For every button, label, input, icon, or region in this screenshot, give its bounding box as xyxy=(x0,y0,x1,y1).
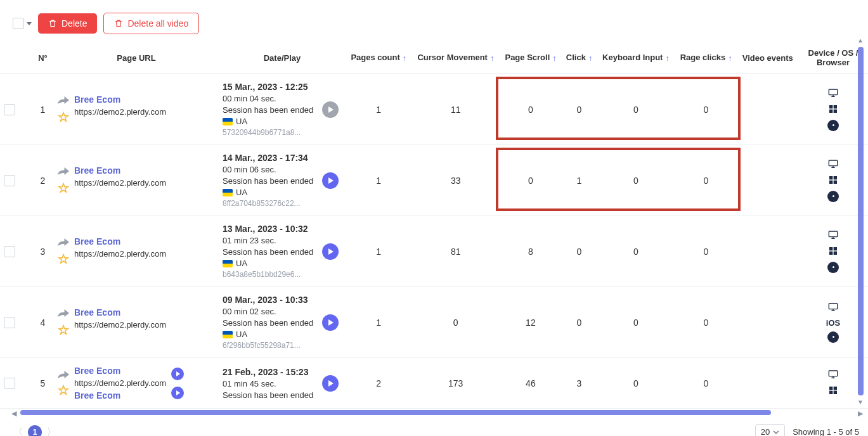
session-name[interactable]: Bree Ecom xyxy=(74,390,166,401)
prev-page-icon[interactable]: 〈 xyxy=(14,426,23,437)
star-icon[interactable] xyxy=(58,253,69,267)
select-all-checkbox[interactable] xyxy=(13,18,24,29)
star-icon[interactable] xyxy=(58,112,69,125)
session-duration: 00 min 04 sec. xyxy=(223,94,313,103)
session-date: 21 Feb., 2023 - 15:23 xyxy=(223,367,313,377)
cell-click: 1 xyxy=(562,145,597,216)
col-rage-clicks[interactable]: Rage clicks↑ xyxy=(675,42,737,74)
vertical-scrollbar-thumb[interactable] xyxy=(858,47,864,395)
play-button[interactable] xyxy=(322,314,339,331)
session-name[interactable]: Bree Ecom xyxy=(74,366,166,376)
star-icon[interactable] xyxy=(58,385,69,398)
cell-click: 0 xyxy=(562,216,597,287)
session-country: UA xyxy=(223,117,313,126)
monitor-icon xyxy=(827,88,839,100)
cell-rage: 0 xyxy=(675,216,737,287)
vertical-scrollbar[interactable]: ▲ ▼ xyxy=(858,43,864,399)
session-name[interactable]: Bree Ecom xyxy=(74,94,166,105)
cell-click: 3 xyxy=(562,358,597,409)
sort-up-icon: ↑ xyxy=(588,54,592,63)
play-button[interactable] xyxy=(171,387,184,399)
cell-scroll: 0 xyxy=(500,145,561,216)
play-button[interactable] xyxy=(322,375,339,392)
star-icon[interactable] xyxy=(58,183,69,196)
session-url[interactable]: https://demo2.plerdy.com xyxy=(74,378,166,388)
page-size-select[interactable]: 20 xyxy=(755,424,785,436)
cell-keyboard: 0 xyxy=(597,216,675,287)
flag-ua-icon xyxy=(223,260,233,267)
showing-text: Showing 1 - 5 of 5 xyxy=(793,427,859,436)
table-row: 2 Bree Ecom https://demo2.plerdy.com 14 … xyxy=(0,145,868,216)
cell-keyboard: 0 xyxy=(597,145,675,216)
scroll-up-icon[interactable]: ▲ xyxy=(857,37,864,44)
session-name[interactable]: Bree Ecom xyxy=(74,165,166,176)
cell-video-events xyxy=(737,74,798,145)
row-checkbox[interactable] xyxy=(4,104,15,115)
col-keyboard-input[interactable]: Keyboard Input↑ xyxy=(597,42,675,74)
col-num[interactable]: N° xyxy=(32,42,54,74)
horizontal-scrollbar-thumb[interactable] xyxy=(20,410,771,415)
cell-cursor: 0 xyxy=(411,287,500,358)
horizontal-scrollbar[interactable]: ◀ ▶ xyxy=(20,410,854,416)
scroll-left-icon[interactable]: ◀ xyxy=(11,409,16,418)
svg-rect-16 xyxy=(829,371,837,376)
session-hash: 6f296bb5fc55298a71... xyxy=(223,341,313,350)
col-page-scroll[interactable]: Page Scroll↑ xyxy=(500,42,561,74)
share-icon[interactable] xyxy=(58,167,69,177)
date-cell: 13 Mar., 2023 - 10:32 01 min 23 sec. Ses… xyxy=(223,224,313,279)
col-pages-count[interactable]: Pages count↑ xyxy=(346,42,411,74)
session-name[interactable]: Bree Ecom xyxy=(74,307,166,317)
next-page-icon[interactable]: 〉 xyxy=(47,426,56,437)
share-icon[interactable] xyxy=(58,96,69,106)
session-status: Session has been ended xyxy=(223,390,313,400)
share-icon[interactable] xyxy=(58,370,69,381)
chevron-down-icon[interactable] xyxy=(27,22,32,25)
session-url[interactable]: https://demo2.plerdy.com xyxy=(74,320,166,330)
play-button[interactable] xyxy=(171,368,184,380)
star-icon[interactable] xyxy=(58,324,69,338)
cell-keyboard: 0 xyxy=(597,358,675,409)
delete-button[interactable]: Delete xyxy=(38,13,97,34)
share-icon[interactable] xyxy=(58,238,69,248)
col-page-url[interactable]: Page URL xyxy=(54,42,219,74)
session-date: 14 Mar., 2023 - 17:34 xyxy=(223,153,313,163)
row-checkbox[interactable] xyxy=(4,175,15,186)
row-checkbox[interactable] xyxy=(4,246,15,257)
page-number[interactable]: 1 xyxy=(28,425,42,437)
chrome-icon xyxy=(827,331,839,343)
cell-keyboard: 0 xyxy=(597,74,675,145)
col-video-events[interactable]: Video events xyxy=(737,42,798,74)
svg-rect-6 xyxy=(829,176,832,179)
session-url[interactable]: https://demo2.plerdy.com xyxy=(74,107,166,117)
delete-all-label: Delete all video xyxy=(127,18,188,29)
select-all-control[interactable] xyxy=(13,18,32,29)
session-date: 15 Mar., 2023 - 12:25 xyxy=(223,82,313,92)
table-row: 4 Bree Ecom https://demo2.plerdy.com 09 … xyxy=(0,287,868,358)
svg-rect-1 xyxy=(829,105,832,108)
session-name[interactable]: Bree Ecom xyxy=(74,236,166,247)
svg-rect-14 xyxy=(834,251,837,254)
delete-all-button[interactable]: Delete all video xyxy=(103,13,199,34)
page-size-value: 20 xyxy=(761,427,770,436)
share-icon[interactable] xyxy=(58,309,69,319)
svg-rect-17 xyxy=(829,387,832,390)
cell-scroll: 46 xyxy=(500,358,561,409)
sort-up-icon: ↑ xyxy=(728,54,732,63)
col-cursor-movement[interactable]: Cursor Movement↑ xyxy=(411,42,500,74)
windows-icon xyxy=(827,385,839,397)
device-icons xyxy=(802,88,864,131)
play-button[interactable] xyxy=(322,101,339,118)
scroll-right-icon[interactable]: ▶ xyxy=(858,409,863,418)
session-url[interactable]: https://demo2.plerdy.com xyxy=(74,249,166,259)
col-date-play[interactable]: Date/Play xyxy=(219,42,346,74)
chrome-icon xyxy=(827,191,839,202)
monitor-icon xyxy=(827,369,839,382)
play-button[interactable] xyxy=(322,172,339,189)
session-url[interactable]: https://demo2.plerdy.com xyxy=(74,178,166,188)
row-checkbox[interactable] xyxy=(4,317,15,328)
scroll-down-icon[interactable]: ▼ xyxy=(857,399,864,406)
cell-rage: 0 xyxy=(675,74,737,145)
play-button[interactable] xyxy=(322,243,339,260)
row-checkbox[interactable] xyxy=(4,378,15,389)
col-click[interactable]: Click↑ xyxy=(562,42,597,74)
